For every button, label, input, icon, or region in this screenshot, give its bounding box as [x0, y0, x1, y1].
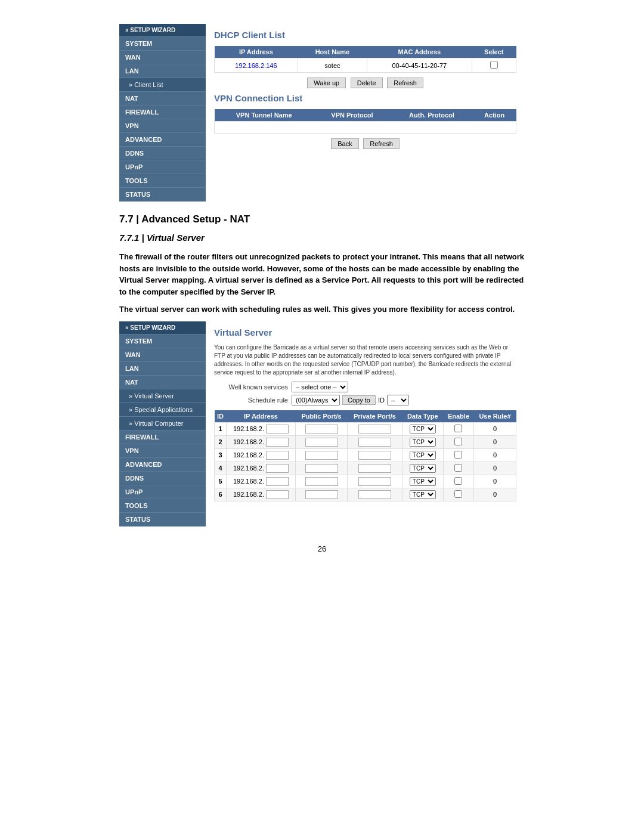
vpn-header-protocol: VPN Protocol	[314, 109, 391, 122]
vs-enable-checkbox[interactable]	[454, 438, 462, 445]
sidebar-item-wan[interactable]: WAN	[119, 51, 206, 64]
id-select[interactable]: – ▼	[387, 395, 409, 405]
vs-priv-port-input[interactable]	[358, 451, 391, 460]
sidebar-item-upnp[interactable]: UPnP	[119, 160, 206, 174]
vs-pub-port-input[interactable]	[305, 464, 338, 473]
sidebar-item-vpn[interactable]: VPN	[119, 119, 206, 133]
vs-ip-input[interactable]	[266, 464, 289, 473]
section-heading: 7.7 | Advanced Setup - NAT	[119, 213, 525, 225]
vs-row-id: 1	[215, 422, 227, 435]
vs-dtype-select[interactable]: TCP UDP Both	[410, 490, 436, 499]
well-known-select[interactable]: – select one –	[292, 382, 348, 392]
vs-pub-port-input[interactable]	[305, 451, 338, 460]
wake-up-button[interactable]: Wake up	[307, 78, 346, 88]
vs-header-ip: IP Address	[227, 410, 296, 423]
vs-row-ip: 192.168.2.	[227, 475, 296, 488]
sidebar-item-ddns[interactable]: DDNS	[119, 147, 206, 160]
vs-pub-port-input[interactable]	[305, 490, 338, 499]
sidebar-bottom-virtual-computer[interactable]: » Virtual Computer	[119, 417, 206, 431]
vs-priv-port-input[interactable]	[358, 477, 391, 486]
vs-row-id: 6	[215, 488, 227, 501]
sidebar-item-lan[interactable]: LAN	[119, 64, 206, 78]
vs-row-ip: 192.168.2.	[227, 488, 296, 501]
schedule-select[interactable]: (00)Always	[292, 395, 340, 405]
sidebar-bottom-upnp[interactable]: UPnP	[119, 485, 206, 499]
sidebar-item-advanced[interactable]: ADVANCED	[119, 133, 206, 147]
delete-button[interactable]: Delete	[351, 78, 383, 88]
vs-description: You can configure the Barricade as a vir…	[214, 343, 516, 377]
vs-row-pub-port	[295, 475, 347, 488]
refresh-button-vpn[interactable]: Refresh	[363, 138, 400, 149]
vs-row: 4 192.168.2. TCP UDP Both 0	[215, 462, 516, 475]
sidebar-bottom-wan[interactable]: WAN	[119, 348, 206, 362]
sidebar-bottom-lan[interactable]: LAN	[119, 362, 206, 376]
vs-ip-input[interactable]	[266, 438, 289, 447]
vs-ip-input[interactable]	[266, 490, 289, 499]
vs-ip-input[interactable]	[266, 477, 289, 486]
vs-enable-checkbox[interactable]	[454, 425, 462, 432]
vs-enable-checkbox[interactable]	[454, 451, 462, 459]
sidebar-bottom-special-apps[interactable]: » Special Applications	[119, 403, 206, 417]
dhcp-ip: 192.168.2.146	[215, 58, 298, 73]
vs-header-enable: Enable	[443, 410, 473, 423]
vs-row-rule: 0	[474, 422, 516, 435]
vs-dtype-select[interactable]: TCP UDP Both	[410, 464, 436, 473]
dhcp-buttons: Wake up Delete Refresh	[214, 78, 516, 88]
vs-row-priv-port	[348, 448, 402, 462]
vs-dtype-select[interactable]: TCP UDP Both	[410, 425, 436, 433]
sidebar-item-status[interactable]: STATUS	[119, 188, 206, 202]
sidebar-item-tools[interactable]: TOOLS	[119, 174, 206, 188]
vs-enable-checkbox[interactable]	[454, 464, 462, 472]
sidebar-bottom-ddns[interactable]: DDNS	[119, 472, 206, 485]
vs-dtype-select[interactable]: TCP UDP Both	[410, 438, 436, 447]
sidebar-item-nat[interactable]: NAT	[119, 92, 206, 106]
refresh-button-dhcp[interactable]: Refresh	[387, 78, 423, 88]
vs-row: 6 192.168.2. TCP UDP Both 0	[215, 488, 516, 501]
body-text-1: The firewall of the router filters out u…	[119, 251, 525, 298]
vs-enable-checkbox[interactable]	[454, 477, 462, 485]
vs-row-ip: 192.168.2.	[227, 422, 296, 435]
vs-priv-port-input[interactable]	[358, 425, 391, 433]
vs-pub-port-input[interactable]	[305, 425, 338, 433]
vs-row-priv-port	[348, 435, 402, 448]
vs-row: 2 192.168.2. TCP UDP Both 0	[215, 435, 516, 448]
vs-dtype-select[interactable]: TCP UDP Both	[410, 477, 436, 486]
sidebar-bottom-virtual-server[interactable]: » Virtual Server	[119, 389, 206, 403]
vs-priv-port-input[interactable]	[358, 438, 391, 447]
vs-priv-port-input[interactable]	[358, 464, 391, 473]
dhcp-header-hostname: Host Name	[298, 46, 367, 58]
vs-ip-input[interactable]	[266, 451, 289, 460]
well-known-label: Well known services	[214, 383, 292, 391]
sidebar-bottom-advanced[interactable]: ADVANCED	[119, 458, 206, 472]
vs-priv-port-input[interactable]	[358, 490, 391, 499]
sidebar-bottom-setup-wizard[interactable]: » SETUP WIZARD	[119, 321, 206, 335]
sidebar-bottom-firewall[interactable]: FIREWALL	[119, 431, 206, 444]
vs-pub-port-input[interactable]	[305, 477, 338, 486]
sidebar-item-client-list[interactable]: » Client List	[119, 78, 206, 92]
dhcp-header-select: Select	[472, 46, 516, 58]
vs-pub-port-input[interactable]	[305, 438, 338, 447]
sidebar-bottom-system[interactable]: SYSTEM	[119, 335, 206, 348]
copy-to-button[interactable]: Copy to	[342, 395, 376, 405]
vs-row-dtype: TCP UDP Both	[402, 488, 443, 501]
vs-row-rule: 0	[474, 462, 516, 475]
dhcp-select-checkbox[interactable]	[490, 61, 498, 69]
vs-ip-prefix: 192.168.2.	[233, 438, 264, 445]
vs-enable-checkbox[interactable]	[454, 490, 462, 498]
id-label: ID	[378, 397, 385, 404]
back-button[interactable]: Back	[331, 138, 358, 149]
sidebar-item-setup-wizard[interactable]: » SETUP WIZARD	[119, 24, 206, 37]
dhcp-table: IP Address Host Name MAC Address Select …	[214, 46, 516, 73]
sidebar-bottom-tools[interactable]: TOOLS	[119, 499, 206, 513]
page-number: 26	[36, 544, 608, 553]
sidebar-bottom-vpn[interactable]: VPN	[119, 444, 206, 458]
vs-ip-input[interactable]	[266, 425, 289, 433]
sidebar-item-system[interactable]: SYSTEM	[119, 37, 206, 51]
vs-dtype-select[interactable]: TCP UDP Both	[410, 451, 436, 460]
vs-row: 5 192.168.2. TCP UDP Both 0	[215, 475, 516, 488]
sidebar-bottom-nat[interactable]: NAT	[119, 376, 206, 389]
dhcp-title: DHCP Client List	[214, 30, 516, 40]
body-text-2: The virtual server can work with schedul…	[119, 304, 525, 315]
sidebar-bottom-status[interactable]: STATUS	[119, 513, 206, 527]
sidebar-item-firewall[interactable]: FIREWALL	[119, 106, 206, 119]
